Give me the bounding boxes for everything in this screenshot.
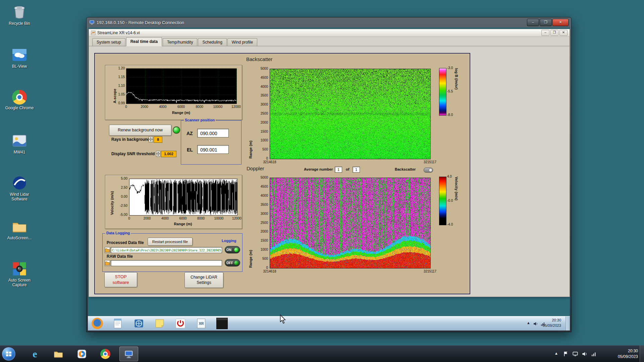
snr-threshold-label: Display SNR threshold xyxy=(111,152,155,156)
network-app-icon[interactable] xyxy=(133,318,145,329)
tick-label: 4500 xyxy=(261,185,268,188)
tick-label: 0.99 xyxy=(118,102,125,105)
app-restore-button[interactable]: ❐ xyxy=(550,30,558,36)
taskbar-wmp-button[interactable] xyxy=(72,347,91,361)
el-value-field[interactable]: 090.001 xyxy=(197,145,229,154)
network-status-icon[interactable] xyxy=(591,351,597,357)
toggle-knob xyxy=(429,168,432,172)
raw-logging-toggle[interactable]: OFF xyxy=(225,259,240,266)
increment-icon[interactable]: ▲ xyxy=(149,136,153,139)
wind-lidar-icon xyxy=(11,175,28,191)
processed-path-field[interactable]: C:\LidarA\DataA\Proc\2023\202309\2023090… xyxy=(111,247,222,253)
tab-wind-profile[interactable]: Wind profile xyxy=(227,38,257,46)
desktop-icon-wind-lidar[interactable]: Wind Lidar Software xyxy=(3,175,36,202)
desktop-icon-recycle-bin[interactable]: Recycle Bin xyxy=(3,4,36,26)
snr-value-field[interactable]: 1.002 xyxy=(161,151,176,157)
browse-folder-icon[interactable] xyxy=(105,260,110,266)
ascope-graph: A-scope 1.201.151.101.050.99 02000400060… xyxy=(105,65,242,120)
xr-doc-icon[interactable]: XR xyxy=(196,318,207,329)
processed-logging-toggle[interactable]: ON xyxy=(225,246,240,253)
decrement-icon[interactable]: ▼ xyxy=(149,139,153,142)
tab-system-setup[interactable]: System setup xyxy=(92,38,125,46)
mouse-cursor xyxy=(279,314,286,324)
velocity-y-ticks: 5.002.500.00-2.50-5.00 xyxy=(115,179,127,215)
start-button[interactable] xyxy=(2,347,15,361)
rdp-window: 192.168.0.150 - Remote Desktop Connectio… xyxy=(86,17,572,332)
taskbar-ie-button[interactable]: e xyxy=(25,347,44,361)
action-center-flag-icon[interactable] xyxy=(563,351,569,357)
of-count-field[interactable]: 1 xyxy=(353,167,360,173)
browse-folder-icon[interactable] xyxy=(105,247,110,253)
backscatter-toggle-switch[interactable] xyxy=(424,168,433,173)
volume-icon[interactable] xyxy=(582,351,588,357)
change-button-line2: Settings xyxy=(185,280,223,285)
decrement-icon[interactable]: ▼ xyxy=(156,154,160,157)
increment-icon[interactable]: ▲ xyxy=(156,151,160,154)
az-value-field[interactable]: 090.000 xyxy=(197,129,229,137)
rays-value-field[interactable]: 8 xyxy=(154,136,162,143)
tray-expand-icon[interactable]: ▲ xyxy=(554,351,558,355)
volume-icon[interactable] xyxy=(533,321,539,327)
renew-led-indicator xyxy=(173,126,180,134)
average-number-field[interactable]: 1 xyxy=(335,167,342,173)
desktop-icon-chrome[interactable]: Google Chrome xyxy=(3,90,36,111)
ascope-plot xyxy=(126,68,237,104)
folder-icon xyxy=(53,349,63,359)
desktop-icon-mw41[interactable]: MW41 xyxy=(3,133,36,155)
app-titlebar[interactable]: StreamLine XR v14-6.vi – ❐ ✕ xyxy=(89,29,570,37)
tick-label: 2000 xyxy=(261,121,268,124)
remote-clock[interactable]: 20:30 05/09/2023 xyxy=(543,318,561,328)
console-icon[interactable] xyxy=(216,318,228,329)
host-date: 05/09/2023 xyxy=(618,354,638,360)
sticky-notes-icon[interactable] xyxy=(154,318,165,329)
tray-expand-icon[interactable]: ▲ xyxy=(527,321,530,325)
tick-label: 12000 xyxy=(232,217,241,220)
change-lidar-settings-button[interactable]: Change LiDAR Settings xyxy=(184,272,223,288)
notepad-icon[interactable] xyxy=(112,318,123,329)
show-desktop-strip[interactable] xyxy=(566,316,570,330)
desktop-icon-bl-view[interactable]: BL-View xyxy=(3,47,36,69)
off-label: OFF xyxy=(226,261,233,265)
screen-capture-icon xyxy=(11,261,28,277)
tick-label: -3.0 xyxy=(447,66,453,70)
rays-stepper[interactable]: ▲▼ xyxy=(149,136,153,142)
backscatter-colorbar-label: log B (/m/sr) xyxy=(454,68,459,115)
desktop-icon-auto-screen-capture[interactable]: Auto Screen Capture xyxy=(3,261,36,288)
display-icon[interactable] xyxy=(572,351,578,357)
stop-software-button[interactable]: STOP software xyxy=(104,272,137,287)
taskbar-chrome-button[interactable] xyxy=(96,347,115,361)
tab-real-time-data[interactable]: Real time data xyxy=(126,37,162,46)
renew-background-button[interactable]: Renew background now xyxy=(109,125,171,136)
app-close-button[interactable]: ✕ xyxy=(559,30,568,36)
tick-label: 500 xyxy=(262,148,268,151)
tick-label: 1500 xyxy=(261,239,268,242)
rays-in-background-label: Rays in background xyxy=(111,137,150,142)
of-label: of xyxy=(346,167,349,171)
maximize-button[interactable]: ❐ xyxy=(540,19,552,26)
tab-scheduling[interactable]: Scheduling xyxy=(198,38,226,46)
rdp-titlebar[interactable]: 192.168.0.150 - Remote Desktop Connectio… xyxy=(87,17,571,27)
rdp-window-title: 192.168.0.150 - Remote Desktop Connectio… xyxy=(97,20,184,25)
taskbar-rdp-button[interactable] xyxy=(119,347,138,361)
show-desktop-strip[interactable] xyxy=(640,346,644,362)
taskbar-explorer-button[interactable] xyxy=(49,347,68,361)
restart-processed-file-button[interactable]: Restart processed file xyxy=(148,238,193,246)
tick-label: 1.10 xyxy=(118,84,125,87)
firefox-icon[interactable] xyxy=(92,318,103,329)
processed-data-file-label: Processed Data file xyxy=(107,240,144,245)
desktop-icon-autoscreen[interactable]: AutoScreen... xyxy=(3,219,36,241)
power-app-icon[interactable] xyxy=(175,318,186,329)
tick-label: 8000 xyxy=(197,217,205,220)
chrome-icon xyxy=(12,90,27,105)
snr-stepper[interactable]: ▲▼ xyxy=(156,151,160,157)
app-minimize-button[interactable]: – xyxy=(541,30,549,36)
tick-label: -4.0 xyxy=(447,223,453,226)
raw-path-field[interactable] xyxy=(111,260,222,266)
host-clock[interactable]: 20:30 05/09/2023 xyxy=(618,348,638,360)
tab-temp-humidity[interactable]: Temp/humidity xyxy=(163,38,197,46)
desktop-icon-label: Google Chrome xyxy=(3,106,36,111)
desktop: Recycle Bin BL-View Google Chrome MW41 W… xyxy=(0,0,644,362)
close-button[interactable]: ✕ xyxy=(552,19,569,26)
logging-label: Logging xyxy=(221,239,237,243)
minimize-button[interactable]: – xyxy=(527,19,539,26)
